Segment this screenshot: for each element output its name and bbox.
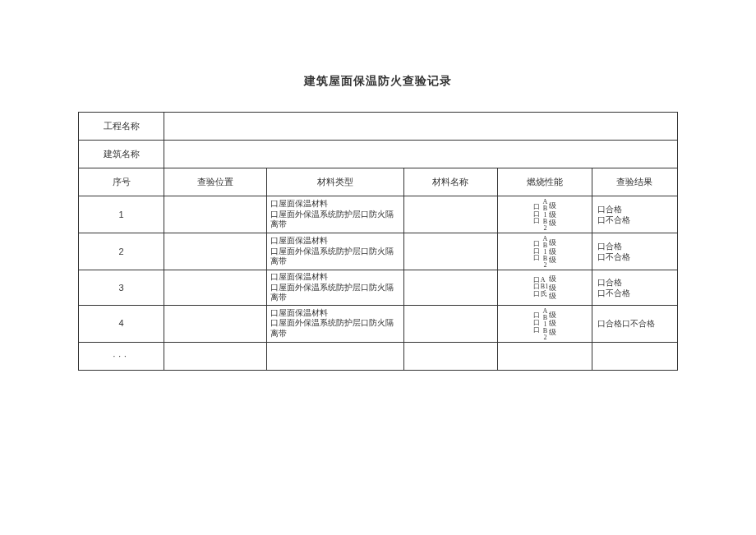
empty-cell xyxy=(164,342,267,370)
building-name-row: 建筑名称 xyxy=(79,141,678,168)
seq-cell: 3 xyxy=(79,270,164,306)
empty-cell xyxy=(592,342,677,370)
perf-grade: 级 xyxy=(549,319,556,327)
table-row: 4 口屋面保温材料 口屋面外保温系统防护层口防火隔离带 口 口 口 AB1B2 xyxy=(79,305,678,342)
result-cell[interactable]: 口合格 口不合格 xyxy=(592,270,677,306)
checkbox-icon[interactable]: 口 xyxy=(533,327,540,334)
seq-cell: 4 xyxy=(79,305,164,342)
perf-grade: 级 xyxy=(549,238,556,247)
location-cell[interactable] xyxy=(164,305,267,342)
material-type-opt2[interactable]: 口屋面外保温系统防护层口防火隔离带 xyxy=(270,210,400,230)
material-type-cell[interactable]: 口屋面保温材料 口屋面外保温系统防护层口防火隔离带 xyxy=(267,270,404,306)
material-type-opt1[interactable]: 口屋面保温材料 xyxy=(270,236,400,247)
result-pass[interactable]: 口合格 xyxy=(597,204,672,214)
result-fail[interactable]: 口不合格 xyxy=(597,288,672,298)
empty-cell xyxy=(267,342,404,370)
material-name-cell[interactable] xyxy=(403,233,498,270)
perf-grade: 级 xyxy=(549,274,556,283)
result-inline[interactable]: 口合格口不合格 xyxy=(597,319,655,328)
perf-grade: 级 xyxy=(549,247,556,256)
building-name-label: 建筑名称 xyxy=(79,141,164,168)
performance-cell[interactable]: 口 口 口 AB1B2 级 级 级 xyxy=(498,196,592,233)
project-name-label: 工程名称 xyxy=(79,113,164,141)
ellipsis-cell: ··· xyxy=(79,342,164,370)
performance-cell[interactable]: 口 口 口 A B1 氏 级 级 级 xyxy=(498,270,592,306)
material-type-cell[interactable]: 口屋面保温材料 口屋面外保温系统防护层口防火隔离带 xyxy=(267,305,404,342)
performance-cell[interactable]: 口 口 口 AB1B2 级 级 级 xyxy=(498,305,592,342)
location-cell[interactable] xyxy=(164,270,267,306)
material-type-opt1[interactable]: 口屋面保温材料 xyxy=(270,272,400,283)
result-cell[interactable]: 口合格 口不合格 xyxy=(592,233,677,270)
material-type-opt1[interactable]: 口屋面保温材料 xyxy=(270,308,400,319)
perf-vert-levels: AB1B2 xyxy=(541,307,548,340)
material-type-opt1[interactable]: 口屋面保温材料 xyxy=(270,199,400,210)
col-header-material-type: 材料类型 xyxy=(267,168,404,196)
project-name-value[interactable] xyxy=(164,113,678,141)
col-header-material-name: 材料名称 xyxy=(403,168,498,196)
perf-vert-levels: AB1B2 xyxy=(541,235,548,268)
perf-grade: 级 xyxy=(549,292,556,300)
performance-cell[interactable]: 口 口 口 AB1B2 级 级 级 xyxy=(498,233,592,270)
empty-cell xyxy=(498,342,592,370)
page-title: 建筑屋面保温防火查验记录 xyxy=(78,74,678,89)
col-header-performance: 燃烧性能 xyxy=(498,168,592,196)
material-name-cell[interactable] xyxy=(403,270,498,306)
material-name-cell[interactable] xyxy=(403,305,498,342)
inspection-table: 工程名称 建筑名称 序号 查验位置 材料类型 材料名称 燃烧性能 查验结果 1 … xyxy=(78,112,678,371)
result-fail[interactable]: 口不合格 xyxy=(597,214,672,225)
checkbox-icon[interactable]: 口 xyxy=(533,291,540,298)
material-type-opt2[interactable]: 口屋面外保温系统防护层口防火隔离带 xyxy=(270,283,400,303)
perf-grade: 级 xyxy=(549,210,556,219)
perf-grade: 级 xyxy=(549,256,556,264)
project-name-row: 工程名称 xyxy=(79,113,678,141)
seq-cell: 2 xyxy=(79,233,164,270)
result-cell[interactable]: 口合格口不合格 xyxy=(592,305,677,342)
perf-grade: 级 xyxy=(549,284,556,292)
material-type-opt2[interactable]: 口屋面外保温系统防护层口防火隔离带 xyxy=(270,247,400,267)
empty-cell xyxy=(403,342,498,370)
result-pass[interactable]: 口合格 xyxy=(597,277,672,288)
table-row: 3 口屋面保温材料 口屋面外保温系统防护层口防火隔离带 口 口 口 A B1 xyxy=(79,270,678,306)
result-pass[interactable]: 口合格 xyxy=(597,241,672,251)
result-cell[interactable]: 口合格 口不合格 xyxy=(592,196,677,233)
col-header-location: 查验位置 xyxy=(164,168,267,196)
table-row: 1 口屋面保温材料 口屋面外保温系统防护层口防火隔离带 口 口 口 AB1B2 xyxy=(79,196,678,233)
table-row: 2 口屋面保温材料 口屋面外保温系统防护层口防火隔离带 口 口 口 AB1B2 xyxy=(79,233,678,270)
perf-grade: 级 xyxy=(549,201,556,210)
perf-vert-levels: AB1B2 xyxy=(541,198,548,231)
perf-grade: 级 xyxy=(549,219,556,227)
location-cell[interactable] xyxy=(164,233,267,270)
col-header-result: 查验结果 xyxy=(592,168,677,196)
material-type-cell[interactable]: 口屋面保温材料 口屋面外保温系统防护层口防火隔离带 xyxy=(267,196,404,233)
seq-cell: 1 xyxy=(79,196,164,233)
material-name-cell[interactable] xyxy=(403,196,498,233)
checkbox-icon[interactable]: 口 xyxy=(533,255,540,262)
material-type-opt2[interactable]: 口屋面外保温系统防护层口防火隔离带 xyxy=(270,318,400,339)
perf-grade: 级 xyxy=(549,328,556,336)
location-cell[interactable] xyxy=(164,196,267,233)
checkbox-icon[interactable]: 口 xyxy=(533,218,540,225)
building-name-value[interactable] xyxy=(164,141,678,168)
perf-grade: 级 xyxy=(549,311,556,319)
col-header-seq: 序号 xyxy=(79,168,164,196)
column-header-row: 序号 查验位置 材料类型 材料名称 燃烧性能 查验结果 xyxy=(79,168,678,196)
material-type-cell[interactable]: 口屋面保温材料 口屋面外保温系统防护层口防火隔离带 xyxy=(267,233,404,270)
result-fail[interactable]: 口不合格 xyxy=(597,251,672,262)
perf-level-c: 氏 xyxy=(541,291,548,298)
ellipsis-row: ··· xyxy=(79,342,678,370)
